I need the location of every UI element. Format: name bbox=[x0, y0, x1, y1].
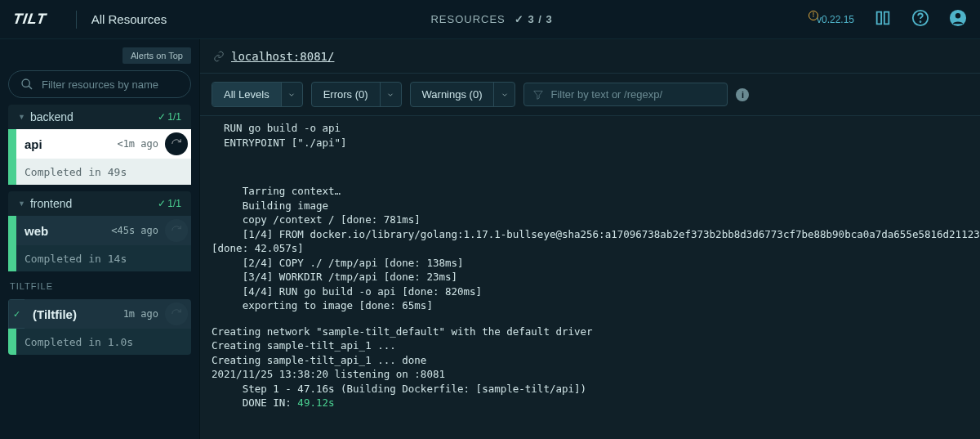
group-count: 1/1 bbox=[158, 198, 181, 209]
log-line: Building image bbox=[212, 199, 980, 213]
resource-group-frontend: ▼ frontend 1/1 web <45s ago Completed in… bbox=[8, 191, 191, 271]
log-line-done: DONE IN: 49.12s bbox=[212, 396, 980, 410]
log-toolbar: All Levels Errors (0) Warnings (0) i A |… bbox=[200, 74, 980, 116]
status-indicator bbox=[8, 129, 16, 159]
trigger-button bbox=[165, 219, 188, 242]
resource-group-backend: ▼ backend 1/1 api <1m ago Completed in 4… bbox=[8, 105, 191, 185]
endpoint-link[interactable]: localhost:8081/ bbox=[231, 50, 334, 63]
resource-item-web[interactable]: web <45s ago Completed in 14s bbox=[8, 216, 191, 271]
sidebar: Alerts on Top ▼ backend 1/1 api <1m ago bbox=[0, 39, 199, 439]
level-filter-errors[interactable]: Errors (0) bbox=[311, 82, 402, 107]
tilt-logo: TILT bbox=[12, 11, 48, 28]
svg-point-4 bbox=[22, 79, 29, 87]
status-indicator bbox=[8, 245, 16, 271]
log-line: ENTRYPOINT ["./api"] bbox=[212, 136, 980, 150]
resource-filter[interactable] bbox=[8, 70, 191, 98]
resource-status-text: Completed in 1.0s bbox=[16, 336, 133, 348]
status-indicator bbox=[8, 216, 16, 245]
alerts-on-top-toggle[interactable]: Alerts on Top bbox=[122, 47, 191, 64]
resources-count: 3 / 3 bbox=[514, 13, 552, 25]
log-line: 2021/11/25 13:38:20 listening on :8081 bbox=[212, 367, 980, 382]
log-line: exporting to image [done: 65ms] bbox=[212, 298, 980, 313]
log-line: Tarring context… bbox=[212, 184, 980, 199]
log-line: [3/4] WORKDIR /tmp/api [done: 23ms] bbox=[212, 270, 980, 284]
group-count: 1/1 bbox=[158, 111, 181, 123]
log-line bbox=[212, 161, 980, 172]
chevron-down-icon: ▼ bbox=[18, 199, 25, 208]
resources-label: RESOURCES bbox=[430, 13, 505, 25]
divider bbox=[76, 11, 77, 29]
chevron-down-icon[interactable] bbox=[281, 83, 302, 106]
level-filter-warnings[interactable]: Warnings (0) bbox=[410, 82, 516, 107]
log-output[interactable]: RUN go build -o api ENTRYPOINT ["./api"]… bbox=[200, 116, 980, 439]
level-warnings-label[interactable]: Warnings (0) bbox=[411, 83, 494, 106]
version-badge[interactable]: v0.22.15 bbox=[817, 14, 854, 25]
log-line: [4/4] RUN go build -o api [done: 820ms] bbox=[212, 284, 980, 299]
group-name: backend bbox=[30, 110, 158, 123]
log-line: RUN go build -o api bbox=[212, 121, 980, 136]
snapshot-icon[interactable] bbox=[874, 9, 892, 29]
filter-icon bbox=[532, 89, 544, 101]
resource-status-text: Completed in 14s bbox=[16, 253, 127, 265]
resource-time: <45s ago bbox=[111, 225, 165, 236]
status-indicator bbox=[8, 329, 16, 355]
log-filter-input[interactable] bbox=[550, 88, 719, 101]
svg-point-1 bbox=[920, 21, 921, 22]
log-text-filter[interactable] bbox=[523, 83, 728, 106]
link-icon bbox=[213, 51, 225, 62]
log-line: Step 1 - 47.16s (Building Dockerfile: [s… bbox=[212, 382, 980, 396]
chevron-down-icon[interactable] bbox=[380, 83, 401, 106]
resource-name: web bbox=[16, 224, 111, 238]
group-header-backend[interactable]: ▼ backend 1/1 bbox=[8, 105, 191, 129]
level-all-label[interactable]: All Levels bbox=[212, 83, 281, 106]
log-line: [2/4] COPY ./ /tmp/api [done: 138ms] bbox=[212, 256, 980, 271]
log-line: copy /context / [done: 781ms] bbox=[212, 213, 980, 227]
log-line: Creating sample-tilt_api_1 ... done bbox=[212, 353, 980, 368]
log-line: Creating sample-tilt_api_1 ... bbox=[212, 338, 980, 353]
log-line bbox=[212, 150, 980, 161]
log-line bbox=[212, 313, 980, 325]
level-errors-label[interactable]: Errors (0) bbox=[312, 83, 380, 106]
help-icon[interactable] bbox=[911, 9, 929, 29]
resource-name: api bbox=[16, 137, 117, 151]
resource-status-text: Completed in 49s bbox=[16, 166, 127, 178]
resource-time: 1m ago bbox=[123, 308, 165, 320]
detail-pane: localhost:8081/ All Levels Errors (0) Wa… bbox=[199, 39, 980, 439]
trigger-button[interactable] bbox=[165, 132, 188, 155]
log-line bbox=[212, 172, 980, 184]
group-header-frontend[interactable]: ▼ frontend 1/1 bbox=[8, 191, 191, 216]
level-filter-all[interactable]: All Levels bbox=[212, 82, 303, 107]
trigger-button bbox=[165, 302, 188, 325]
resource-item-tiltfile[interactable]: ✓ (Tiltfile) 1m ago Completed in 1.0s bbox=[8, 299, 191, 355]
topbar: TILT All Resources RESOURCES 3 / 3 v0.22… bbox=[0, 0, 980, 39]
resource-item-api[interactable]: api <1m ago Completed in 49s bbox=[8, 129, 191, 185]
log-line: Creating network "sample-tilt_default" w… bbox=[212, 325, 980, 339]
group-name: frontend bbox=[30, 197, 158, 210]
resource-time: <1m ago bbox=[117, 138, 165, 150]
resource-name: (Tiltfile) bbox=[24, 307, 123, 321]
endpoint-bar: localhost:8081/ bbox=[200, 39, 980, 74]
log-line: [done: 42.057s] bbox=[212, 241, 980, 256]
search-icon bbox=[20, 78, 33, 91]
log-line: [1/4] FROM docker.io/library/golang:1.17… bbox=[212, 227, 980, 242]
chevron-down-icon[interactable] bbox=[493, 83, 514, 106]
status-indicator bbox=[8, 159, 16, 185]
page-title: All Resources bbox=[91, 12, 167, 26]
resource-filter-input[interactable] bbox=[42, 78, 179, 91]
svg-point-3 bbox=[956, 13, 960, 18]
tiltfile-section-label: TILTFILE bbox=[8, 278, 191, 293]
resource-status-summary: RESOURCES 3 / 3 bbox=[167, 13, 817, 25]
info-icon[interactable]: i bbox=[736, 88, 749, 101]
chevron-down-icon: ▼ bbox=[18, 113, 25, 121]
account-icon[interactable] bbox=[949, 9, 967, 29]
status-check-icon: ✓ bbox=[8, 299, 24, 329]
